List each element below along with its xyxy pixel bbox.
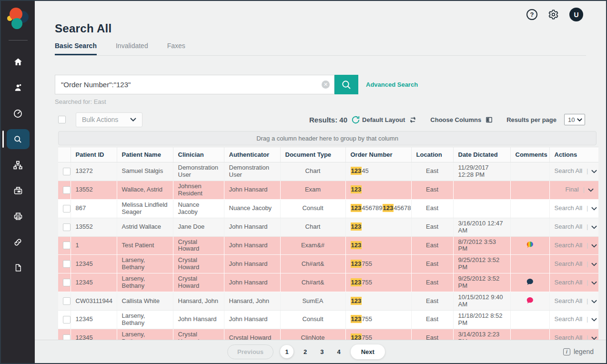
choose-columns-button[interactable]: Choose Columns [430,116,481,123]
sidebar-item-user[interactable] [7,78,30,98]
sidebar-item-sitemap[interactable] [7,155,30,175]
cell-actions: Search All| [549,199,598,218]
chevron-down-icon[interactable] [591,281,597,285]
sidebar-item-fax[interactable] [7,181,30,201]
search-row: ✕ Advanced Search [55,75,606,94]
row-checkbox[interactable] [63,168,71,175]
results-per-page-select[interactable]: 10 [564,114,585,125]
page-number-3[interactable]: 3 [317,348,327,355]
sidebar-item-printer[interactable] [7,206,30,226]
column-header-patient-id[interactable]: Patient ID [71,147,117,162]
column-header-clinician[interactable]: Clinician [173,147,224,162]
sidebar [1,1,35,363]
cell-date-dictated: 3/16/2010 12:47 AM [453,218,510,236]
cell-date-dictated [453,181,510,199]
row-action-link[interactable]: Search All [555,223,583,230]
default-layout-icon[interactable] [409,116,417,124]
search-term-highlight: 123 [351,278,362,286]
previous-page-button[interactable]: Previous [227,344,273,359]
row-checkbox[interactable] [63,297,71,305]
comment-bubble-icon-pink[interactable] [526,297,534,304]
chevron-down-icon[interactable] [591,300,597,303]
tab-invalidated[interactable]: Invalidated [116,42,148,55]
sidebar-item-gauge[interactable] [7,103,30,123]
row-checkbox[interactable] [63,260,71,268]
choose-columns-icon[interactable] [485,116,493,124]
cell-date-dictated: 9/25/2012 3:52 PM [453,255,510,273]
row-checkbox[interactable] [63,223,71,231]
tab-basic-search[interactable]: Basic Search [55,42,97,55]
search-term-highlight: 123 [383,204,394,212]
chevron-down-icon[interactable] [591,207,597,211]
gear-icon[interactable] [548,9,559,20]
search-term-highlight: 123 [351,315,362,323]
row-checkbox[interactable] [63,242,71,249]
tab-faxes[interactable]: Faxes [167,42,185,55]
cell-patient-name: Larseny, Bethany [117,255,173,273]
row-checkbox[interactable] [63,205,71,212]
cell-patient-name: Wallace, Astrid [117,181,173,199]
column-header-document-type[interactable]: Document Type [280,147,345,162]
row-action-link[interactable]: Search All [555,297,583,304]
cell-location: East [411,199,453,218]
row-action-link[interactable]: Search All [555,279,583,286]
comment-bubble-icon-rainbow[interactable] [526,241,534,248]
row-action-link[interactable]: Search All [555,204,583,212]
cell-authenticator: John Hansard [224,236,280,255]
sidebar-item-home[interactable] [7,52,30,72]
column-header-authenticator[interactable]: Authenticator [224,147,280,162]
advanced-search-link[interactable]: Advanced Search [366,81,418,88]
column-header-comments[interactable]: Comments [510,147,549,162]
action-separator: | [587,260,588,267]
column-header-patient-name[interactable]: Patient Name [117,147,173,162]
cell-patient-id: 12345 [71,255,117,273]
default-layout-button[interactable]: Default Layout [362,116,405,123]
select-all-checkbox[interactable] [58,116,66,123]
column-header-location[interactable]: Location [411,147,453,162]
action-separator: | [587,223,588,230]
cell-location: East [411,311,453,329]
legend-button[interactable]: i legend [563,348,594,355]
row-action-link[interactable]: Search All [555,242,583,249]
comment-bubble-icon-navy[interactable] [526,278,534,285]
pagination-bar: Previous1234Next i legend [35,340,606,363]
clear-search-icon[interactable]: ✕ [322,81,330,89]
page-number-1[interactable]: 1 [280,345,293,358]
row-action-link[interactable]: Search All [555,260,583,267]
chevron-down-icon[interactable] [591,318,597,322]
row-checkbox[interactable] [63,316,71,324]
search-input[interactable] [55,75,334,94]
group-by-drop-zone[interactable]: Drag a column header here to group by th… [58,131,597,145]
next-page-button[interactable]: Next [351,344,385,359]
sidebar-item-document[interactable] [7,258,30,278]
cell-document-type: Consult [280,199,345,218]
search-term-highlight: 123 [351,222,362,231]
bulk-actions-label: Bulk Actions [82,116,118,123]
page-number-2[interactable]: 2 [300,348,310,355]
chevron-down-icon[interactable] [591,263,597,266]
cell-document-type: Exam&# [280,236,345,255]
row-action-link[interactable]: Search All [555,315,583,323]
row-checkbox[interactable] [63,186,71,194]
sidebar-item-search[interactable] [7,129,30,149]
chevron-down-icon[interactable] [591,170,597,173]
column-header-actions[interactable]: Actions [549,147,598,162]
chevron-down-icon[interactable] [588,188,594,192]
help-icon[interactable]: ? [526,9,537,20]
table-row: 12345Larseny, BethanyJohn HansardJohn Ha… [58,311,598,329]
results-table: Patient IDPatient NameClinicianAuthentic… [58,147,598,348]
search-button[interactable] [334,75,358,94]
tab-strip: Basic SearchInvalidatedFaxes [55,42,586,56]
page-number-4[interactable]: 4 [334,348,344,355]
chevron-down-icon[interactable] [591,225,597,229]
refresh-icon[interactable] [351,115,360,124]
chevron-down-icon[interactable] [591,244,597,248]
row-checkbox[interactable] [63,279,71,286]
bulk-actions-select[interactable]: Bulk Actions [76,112,142,127]
row-action-link[interactable]: Final [565,186,578,193]
column-header-date-dictated[interactable]: Date Dictated [453,147,510,162]
sidebar-item-link[interactable] [7,232,30,252]
column-header-order-number[interactable]: Order Number [345,147,411,162]
user-avatar[interactable]: U [569,8,583,21]
row-action-link[interactable]: Search All [555,167,583,174]
